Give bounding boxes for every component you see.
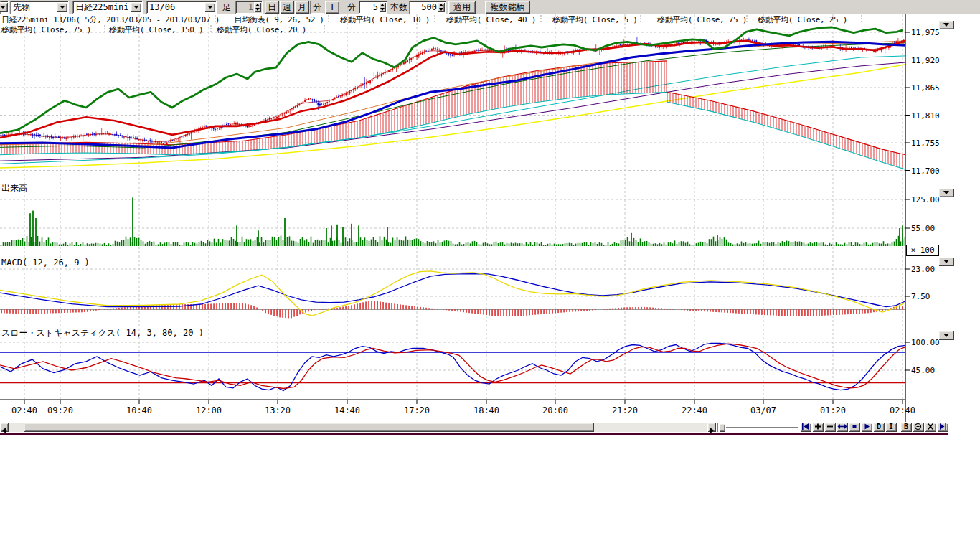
window-bottom-edge <box>0 433 948 435</box>
plot-area <box>0 14 906 400</box>
last-icon <box>938 423 948 430</box>
jump-last-button[interactable] <box>937 423 948 432</box>
bar-width-slider-track[interactable] <box>726 427 798 428</box>
mode-i-button[interactable]: I <box>885 423 897 432</box>
mode-b-button[interactable]: B <box>900 423 912 432</box>
gridlines <box>0 14 905 400</box>
jump-first-button[interactable] <box>800 423 811 432</box>
close-icon <box>925 423 936 430</box>
scrollbar-right-arrow[interactable] <box>707 423 716 432</box>
macd-histogram <box>1 301 903 318</box>
plus-icon <box>813 423 823 430</box>
zoom-tool-button[interactable] <box>913 423 924 432</box>
first-icon <box>801 423 811 430</box>
volume-bars <box>1 197 906 246</box>
fit-width-button[interactable] <box>837 423 848 432</box>
scrollbar-left-arrow[interactable] <box>0 423 9 432</box>
close-tool-button[interactable] <box>925 423 936 432</box>
play-button[interactable] <box>861 423 872 432</box>
zoom-in-button[interactable] <box>812 423 824 432</box>
minus-icon <box>825 423 835 430</box>
hfit-icon <box>837 423 847 430</box>
bar-width-slider-handle[interactable] <box>719 423 725 432</box>
mode-d-button[interactable]: D <box>873 423 885 432</box>
scrollbar-track[interactable] <box>9 423 24 432</box>
chart-canvas[interactable] <box>0 0 961 436</box>
play-icon <box>862 423 872 430</box>
stop-icon <box>849 423 859 430</box>
zoomplus-icon <box>913 423 923 430</box>
zoom-out-button[interactable] <box>824 423 836 432</box>
divider <box>717 423 718 432</box>
scrollbar-track[interactable] <box>594 423 707 432</box>
chart-application-window: 先物 日経225mini 13/06 足 1 日週月分T 分 5 本数 500 … <box>0 0 980 551</box>
stop-button[interactable] <box>849 423 860 432</box>
scrollbar-thumb[interactable] <box>24 423 594 432</box>
